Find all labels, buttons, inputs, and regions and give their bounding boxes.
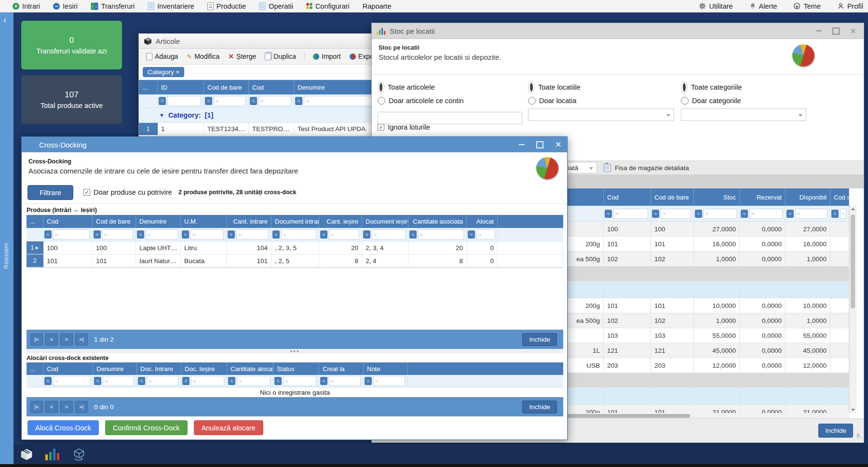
filter-input[interactable] <box>53 229 90 240</box>
taskbar-item-stoc[interactable] <box>45 449 59 460</box>
menu-item-operatii[interactable]: Operatii <box>259 2 293 10</box>
filter-operator-button[interactable]: ≈ <box>250 97 257 105</box>
minimize-icon[interactable] <box>519 144 525 145</box>
menu-item-intrari[interactable]: + Intrari <box>13 2 40 10</box>
close-button[interactable]: Inchide <box>522 333 557 346</box>
duplicate-button[interactable]: Duplica <box>260 51 300 62</box>
filter-button[interactable]: Filtrare <box>27 185 73 200</box>
filter-operator-button[interactable]: ≈ <box>605 210 612 218</box>
radio-doar-articolele[interactable]: Doar articolele ce contin <box>378 97 522 105</box>
action-button[interactable]: Anulează alocare <box>194 420 263 435</box>
first-page-button[interactable]: |< <box>30 334 43 346</box>
scroll-down-icon[interactable] <box>851 409 855 411</box>
column-header[interactable]: Cant. ieșire <box>319 215 362 228</box>
menu-item-rapoarte[interactable]: Rapoarte <box>363 2 392 10</box>
filter-operator-button[interactable]: ≈ <box>138 377 145 385</box>
column-header[interactable]: ... <box>27 362 43 375</box>
filter-operator-button[interactable]: ≈ <box>652 210 659 218</box>
filter-input[interactable] <box>53 376 90 386</box>
splitter-handle[interactable]: ●●● <box>27 349 563 353</box>
import-button[interactable]: Import <box>309 51 345 62</box>
column-header[interactable]: Document intrare <box>271 215 319 228</box>
taskbar-item-articole[interactable] <box>20 448 33 461</box>
column-header[interactable]: Document ieșire <box>362 215 408 228</box>
column-header[interactable]: Creat la <box>319 362 364 375</box>
radio-toate-articolele[interactable]: Toate articolele <box>378 81 522 93</box>
filter-input[interactable] <box>167 96 201 106</box>
column-header[interactable]: Status <box>273 362 319 375</box>
filter-input[interactable] <box>258 96 291 106</box>
filter-input[interactable] <box>840 209 846 219</box>
column-header[interactable]: Doc. Ieșire <box>181 362 227 375</box>
column-header[interactable]: Rezervat <box>740 188 786 206</box>
column-header[interactable]: Cod <box>43 362 93 375</box>
menu-item-productie[interactable]: Productie <box>207 2 246 10</box>
filter-input[interactable] <box>236 229 269 240</box>
filter-operator-button[interactable]: ≈ <box>320 377 327 385</box>
filter-input[interactable] <box>795 209 827 219</box>
prev-page-button[interactable]: < <box>45 401 58 413</box>
filter-operator-button[interactable]: ≈ <box>228 230 235 239</box>
column-header[interactable]: Doc. Intrare <box>137 362 181 375</box>
table-row[interactable]: 2 101 101 Iaurt Natur… Bucata 101 , 2, 5… <box>27 254 563 267</box>
filter-input[interactable] <box>373 376 405 386</box>
filter-input[interactable] <box>281 229 316 240</box>
ignore-lots-checkbox[interactable]: ✓ Ignora loturile <box>378 123 430 131</box>
filter-input[interactable] <box>613 209 648 219</box>
filter-input[interactable] <box>283 376 316 386</box>
filter-operator-button[interactable]: ≈ <box>409 230 417 239</box>
menu-item-teme[interactable]: Teme <box>793 2 820 10</box>
maximize-icon[interactable] <box>832 27 840 35</box>
filter-input[interactable] <box>214 96 246 106</box>
column-header[interactable]: Denumire <box>93 362 137 375</box>
vertical-scrollbar[interactable] <box>849 206 856 413</box>
row-number[interactable]: 1 <box>139 123 158 135</box>
category-select[interactable] <box>681 108 806 121</box>
prev-page-button[interactable]: < <box>45 334 58 346</box>
add-button[interactable]: Adauga <box>142 51 182 62</box>
menu-item-profil[interactable]: Profil <box>837 2 863 10</box>
column-header[interactable]: Stoc <box>694 188 740 206</box>
filter-operator-button[interactable]: ≈ <box>274 377 282 385</box>
column-header[interactable]: Cod <box>249 80 294 94</box>
column-header[interactable]: ... <box>27 215 43 228</box>
edit-button[interactable]: ✎ Modifica <box>182 51 224 62</box>
column-header[interactable]: Cod de bare <box>93 215 136 228</box>
match-only-checkbox[interactable]: ✓ Doar produse cu potrivire <box>83 188 172 196</box>
article-search-input[interactable] <box>378 112 522 124</box>
filter-operator-button[interactable]: = <box>159 97 166 105</box>
filter-operator-button[interactable]: ≈ <box>468 230 475 239</box>
filter-input[interactable] <box>102 229 133 240</box>
menu-item-transferuri[interactable]: ↑↓ Transferuri <box>91 2 135 10</box>
row-number[interactable]: 1▶ <box>27 241 43 254</box>
menu-item-iesiri[interactable]: − Iesiri <box>53 2 78 10</box>
column-header[interactable]: Denumire <box>136 215 181 228</box>
column-header[interactable]: Cod <box>604 188 651 206</box>
filter-operator-button[interactable]: ≈ <box>363 230 370 239</box>
filter-input[interactable] <box>190 229 224 240</box>
radio-doar-locatia[interactable]: Doar locatia <box>528 97 674 105</box>
filter-input[interactable] <box>329 376 361 386</box>
column-header[interactable]: Cod de bare <box>651 188 694 206</box>
filter-operator-button[interactable]: ≈ <box>205 97 212 105</box>
column-header[interactable]: Cod de bare <box>204 80 249 94</box>
menu-item-inventariere[interactable]: Inventariere <box>148 2 194 10</box>
close-button[interactable]: Inchide <box>522 400 557 414</box>
filter-input[interactable] <box>661 209 691 219</box>
column-header[interactable]: Cod s <box>830 188 849 206</box>
filter-operator-button[interactable]: ≈ <box>94 230 101 239</box>
filter-operator-button[interactable]: ≈ <box>182 230 189 239</box>
table-row[interactable]: 1▶ 100 100 Lapte UHT… Litru 104 , 2, 3, … <box>27 241 563 254</box>
filter-operator-button[interactable]: ≈ <box>182 377 190 385</box>
filter-operator-button[interactable]: ≈ <box>787 210 794 218</box>
location-select[interactable] <box>528 108 674 121</box>
radio-doar-categoriile[interactable]: Doar categoriile <box>681 97 806 105</box>
filter-operator-button[interactable]: ≈ <box>44 230 52 239</box>
menu-item-utilitare[interactable]: Utilitare <box>699 2 732 10</box>
radio-toate-locatiile[interactable]: Toate locatiile <box>528 81 674 93</box>
column-header[interactable]: Cantitate alocata <box>227 362 273 375</box>
crossdock-titlebar[interactable]: Cross-Docking × <box>22 137 567 152</box>
scroll-up-icon[interactable] <box>851 208 855 210</box>
filter-operator-button[interactable]: ≈ <box>741 210 748 218</box>
filter-operator-button[interactable]: ≈ <box>365 377 372 385</box>
